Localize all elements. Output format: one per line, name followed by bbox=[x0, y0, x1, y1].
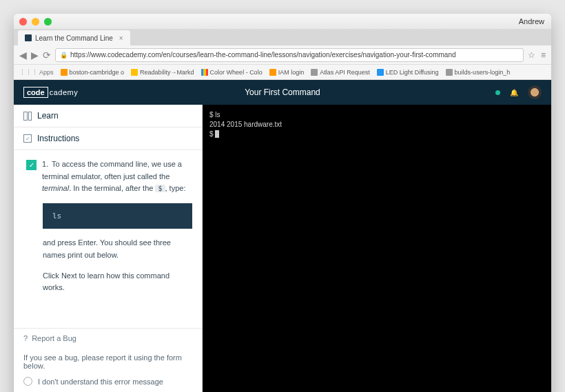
terminal-line: $ bbox=[209, 130, 544, 139]
check-icon: ✓ bbox=[26, 160, 37, 170]
bug-option-label: I don't understand this error message bbox=[38, 378, 163, 386]
step-text: Click Next to learn how this command wor… bbox=[43, 270, 192, 294]
learn-label: Learn bbox=[37, 111, 59, 121]
terminal-line: 2014 2015 hardware.txt bbox=[209, 120, 544, 130]
url-text: https://www.codecademy.com/en/courses/le… bbox=[70, 51, 456, 59]
bug-body-text: If you see a bug, please report it using… bbox=[23, 353, 192, 370]
step-text: , type: bbox=[165, 184, 186, 192]
connection-status-icon bbox=[495, 90, 500, 95]
step-text-em: terminal bbox=[42, 184, 69, 192]
instructions-panel-toggle[interactable]: ✓ Instructions bbox=[14, 127, 202, 150]
logo[interactable]: code cademy bbox=[23, 87, 78, 98]
avatar[interactable] bbox=[528, 85, 542, 99]
logo-box: code bbox=[23, 87, 48, 98]
tab-close-icon[interactable]: × bbox=[119, 34, 123, 42]
bug-panel: ? Report a Bug If you see a bug, please … bbox=[14, 328, 202, 392]
step-number: 1. bbox=[42, 160, 48, 168]
minimize-window-button[interactable] bbox=[32, 18, 39, 25]
back-icon[interactable]: ◀ bbox=[19, 50, 27, 61]
radio-icon[interactable] bbox=[23, 377, 32, 386]
reload-icon[interactable]: ⟳ bbox=[43, 50, 51, 61]
bookmark-item[interactable]: IAM login bbox=[269, 69, 305, 76]
os-username: Andrew bbox=[519, 17, 544, 25]
bookmark-item[interactable]: Atlas API Request bbox=[311, 69, 370, 76]
url-input[interactable]: 🔒 https://www.codecademy.com/en/courses/… bbox=[55, 48, 524, 62]
logo-text: cademy bbox=[50, 88, 79, 96]
close-window-button[interactable] bbox=[19, 18, 27, 25]
learn-panel-toggle[interactable]: Learn bbox=[14, 105, 202, 127]
step-text: and press Enter. You should see three na… bbox=[43, 237, 192, 261]
checklist-icon: ✓ bbox=[23, 134, 32, 143]
inline-prompt: $ bbox=[155, 185, 165, 192]
report-bug-toggle[interactable]: ? Report a Bug bbox=[14, 329, 202, 348]
window-titlebar: Andrew bbox=[14, 14, 551, 29]
bug-title: Report a Bug bbox=[32, 334, 76, 342]
menu-icon[interactable]: ≡ bbox=[541, 50, 546, 60]
sidebar: Learn ✓ Instructions ✓ 1. To access the … bbox=[14, 105, 203, 392]
apps-shortcut[interactable]: ⋮⋮⋮ Apps bbox=[19, 69, 54, 76]
terminal-line: $ ls bbox=[209, 110, 544, 120]
browser-tab-strip: Learn the Command Line × bbox=[14, 29, 551, 45]
step-text: . In the terminal, after the bbox=[69, 184, 155, 192]
lesson-title: Your First Command bbox=[245, 87, 320, 97]
bookmark-item[interactable]: LED Light Diffusing bbox=[377, 69, 439, 76]
bug-option[interactable]: I don't understand this error message bbox=[23, 377, 192, 386]
cursor-icon bbox=[215, 130, 219, 138]
book-icon bbox=[23, 112, 32, 120]
step-text: To access the command line, we use a ter… bbox=[42, 160, 182, 180]
instructions-content: ✓ 1. To access the command line, we use … bbox=[14, 150, 202, 328]
app-header: code cademy Your First Command 🔔 bbox=[14, 80, 551, 105]
forward-icon[interactable]: ▶ bbox=[31, 50, 39, 61]
bookmark-item[interactable]: Color Wheel - Colo bbox=[201, 69, 263, 76]
bookmarks-bar: ⋮⋮⋮ Apps boston-cambridge o Readability→… bbox=[14, 65, 551, 80]
terminal[interactable]: $ ls 2014 2015 hardware.txt $ bbox=[203, 105, 551, 392]
bookmark-item[interactable]: builds-users-login_h bbox=[446, 69, 511, 76]
instructions-label: Instructions bbox=[37, 134, 79, 143]
address-bar: ◀ ▶ ⟳ 🔒 https://www.codecademy.com/en/co… bbox=[14, 45, 551, 65]
browser-tab[interactable]: Learn the Command Line × bbox=[18, 30, 130, 45]
maximize-window-button[interactable] bbox=[44, 18, 52, 25]
instruction-step: ✓ 1. To access the command line, we use … bbox=[26, 158, 192, 195]
lock-icon: 🔒 bbox=[60, 52, 68, 59]
tab-favicon bbox=[25, 34, 32, 41]
bookmark-item[interactable]: boston-cambridge o bbox=[61, 69, 125, 76]
code-sample: ls bbox=[43, 203, 192, 229]
notifications-icon[interactable]: 🔔 bbox=[510, 89, 518, 96]
bookmark-item[interactable]: Readability→Markd bbox=[131, 69, 194, 76]
tab-title: Learn the Command Line bbox=[35, 34, 113, 42]
help-icon: ? bbox=[23, 334, 28, 342]
star-icon[interactable]: ☆ bbox=[528, 50, 535, 60]
